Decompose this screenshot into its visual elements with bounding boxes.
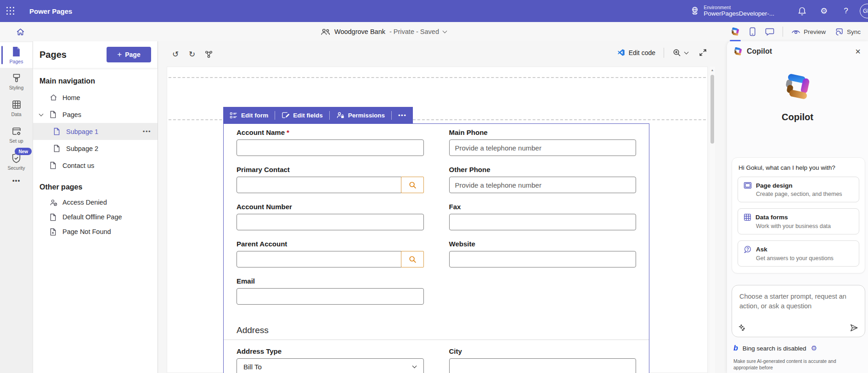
sync-button[interactable]: Sync xyxy=(830,22,865,41)
scrollbar-thumb[interactable] xyxy=(710,75,714,144)
rail-item-styling[interactable]: Styling xyxy=(0,69,33,95)
edit-form-button[interactable]: Edit form xyxy=(223,107,275,123)
form-toolbar-more-button[interactable]: ••• xyxy=(392,112,413,119)
gear-icon: ⚙ xyxy=(820,7,828,15)
primary-contact-input[interactable] xyxy=(237,177,401,193)
field-account-name: Account Name* xyxy=(237,128,424,156)
sync-icon xyxy=(835,28,844,36)
tree-item-contact-us[interactable]: Contact us xyxy=(33,157,158,174)
website-input[interactable] xyxy=(449,251,637,267)
rail-item-security[interactable]: New Security xyxy=(0,149,33,174)
search-icon xyxy=(408,255,417,263)
waffle-icon xyxy=(6,7,15,15)
vscode-icon xyxy=(617,49,625,56)
copilot-logo xyxy=(783,72,812,101)
rail-item-pages[interactable]: Pages xyxy=(0,42,33,68)
close-icon[interactable]: × xyxy=(854,47,862,56)
permissions-button[interactable]: Permissions xyxy=(330,107,391,123)
environment-globe-icon xyxy=(690,6,699,16)
avatar[interactable]: GN xyxy=(860,4,868,18)
edit-code-label: Edit code xyxy=(629,49,655,56)
prompt-card-data-forms[interactable]: Data forms Work with your business data xyxy=(738,208,859,234)
bing-search-notice: b Bing search is disabled ⚙ xyxy=(733,344,862,352)
tree-item-subpage-2[interactable]: Subpage 2 xyxy=(33,140,158,157)
comments-button[interactable] xyxy=(761,22,779,41)
account-form-widget[interactable]: Account Name* Main Phone Primary Contact xyxy=(223,123,649,373)
home-button[interactable] xyxy=(11,22,29,41)
page-icon xyxy=(50,161,59,169)
prompt-card-page-design[interactable]: Page design Create page, section, and th… xyxy=(738,177,859,202)
main-phone-input[interactable] xyxy=(449,139,637,156)
primary-contact-lookup-button[interactable] xyxy=(401,177,424,193)
address-type-select[interactable]: Bill To xyxy=(237,358,424,373)
copilot-hero-title: Copilot xyxy=(782,112,813,122)
data-forms-grid-icon xyxy=(744,213,751,221)
environment-label: Environment xyxy=(704,5,774,11)
account-name-input[interactable] xyxy=(237,139,424,156)
paintbrush-icon xyxy=(11,73,22,83)
notifications-button[interactable] xyxy=(791,0,813,22)
table-icon xyxy=(11,100,22,110)
prompt-suggestions-button[interactable] xyxy=(738,324,746,331)
page-icon xyxy=(50,111,59,118)
copilot-greeting: Hi Gokul, what can I help you with? xyxy=(738,164,858,171)
panel-title: Pages xyxy=(39,50,67,60)
rail-more-button[interactable]: ••• xyxy=(0,177,33,193)
page-canvas[interactable]: Edit form Edit fields xyxy=(167,67,708,373)
tree-item-default-offline-page[interactable]: Default Offline Page xyxy=(33,210,158,224)
field-fax: Fax xyxy=(449,203,637,230)
field-city: City xyxy=(449,347,637,373)
tree-item-page-not-found[interactable]: Page Not Found xyxy=(33,224,158,239)
bing-settings-gear-icon[interactable]: ⚙ xyxy=(811,344,817,352)
site-switcher[interactable]: Woodgrove Bank - Private - Saved xyxy=(321,22,446,41)
expand-icon xyxy=(699,49,707,56)
field-primary-contact: Primary Contact xyxy=(237,166,424,193)
preview-label: Preview xyxy=(804,28,826,35)
copilot-toggle-button[interactable] xyxy=(726,22,744,41)
address-section-heading: Address xyxy=(237,325,636,335)
chevron-down-icon[interactable] xyxy=(39,111,44,116)
zoom-menu-button[interactable] xyxy=(671,47,690,58)
rail-item-data[interactable]: Data xyxy=(0,95,33,121)
bing-icon: b xyxy=(733,344,738,352)
copilot-icon xyxy=(731,27,740,36)
redo-icon: ↻ xyxy=(189,50,195,59)
redo-button[interactable]: ↻ xyxy=(186,48,198,61)
device-preview-button[interactable] xyxy=(744,22,761,41)
parent-account-input[interactable] xyxy=(237,251,401,267)
other-phone-input[interactable] xyxy=(449,177,637,193)
chevron-down-icon xyxy=(684,50,689,54)
tree-item-access-denied[interactable]: Access Denied xyxy=(33,195,158,210)
scroll-up-arrow[interactable]: ▲ xyxy=(710,68,715,72)
edit-code-button[interactable]: Edit code xyxy=(615,48,657,57)
city-input[interactable] xyxy=(449,358,637,373)
fax-input[interactable] xyxy=(449,214,637,230)
undo-button[interactable]: ↺ xyxy=(169,48,182,61)
workflow-button[interactable] xyxy=(202,48,215,61)
preview-button[interactable]: Preview xyxy=(787,22,830,41)
email-input[interactable] xyxy=(237,288,424,305)
copilot-prompt-input[interactable]: Choose a starter prompt, request an acti… xyxy=(732,285,865,337)
section-heading-main-navigation: Main navigation xyxy=(39,77,151,85)
parent-account-lookup-button[interactable] xyxy=(401,251,424,267)
toolbar-divider xyxy=(664,48,664,58)
edit-fields-button[interactable]: Edit fields xyxy=(275,107,329,123)
add-page-button[interactable]: + Page xyxy=(107,47,151,62)
account-number-input[interactable] xyxy=(237,214,424,230)
tree-item-subpage-1[interactable]: Subpage 1 ••• xyxy=(33,123,158,140)
canvas-scrollbar[interactable]: ▲ xyxy=(710,67,715,373)
tree-item-home[interactable]: Home xyxy=(33,89,158,106)
rail-item-setup[interactable]: Set up xyxy=(0,122,33,148)
row-more-button[interactable]: ••• xyxy=(143,128,151,135)
environment-picker[interactable]: Environment PowerPagesDeveloper-... xyxy=(690,5,774,18)
send-button[interactable] xyxy=(850,323,858,332)
copilot-icon xyxy=(733,47,743,56)
waffle-menu-button[interactable] xyxy=(0,0,21,22)
help-button[interactable]: ? xyxy=(835,0,857,22)
bell-icon xyxy=(798,6,806,16)
prompt-card-ask[interactable]: Ask Get answers to your questions xyxy=(738,240,859,267)
tree-item-pages[interactable]: Pages xyxy=(33,106,158,123)
expand-canvas-button[interactable] xyxy=(699,49,707,56)
settings-button[interactable]: ⚙ xyxy=(813,0,835,22)
field-parent-account: Parent Account xyxy=(237,240,424,267)
